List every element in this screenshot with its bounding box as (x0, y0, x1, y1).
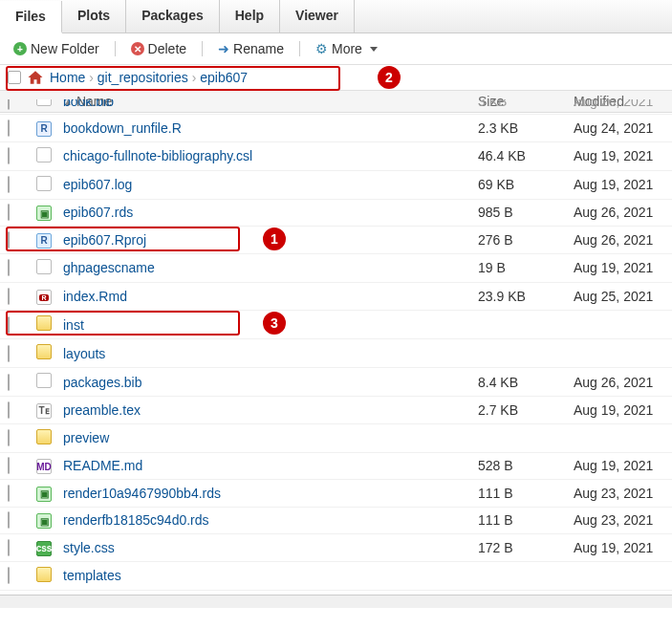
tab-files[interactable]: Files (0, 1, 62, 33)
file-icon (36, 373, 52, 388)
file-name[interactable]: renderfb18185c94d0.rds (63, 512, 209, 528)
file-modified: Aug 26, 2021 (574, 205, 664, 220)
file-row[interactable]: layouts (0, 339, 672, 368)
more-button[interactable]: ⚙ More (310, 39, 383, 58)
rename-button[interactable]: ➜ Rename (212, 39, 290, 58)
row-checkbox[interactable] (8, 539, 10, 556)
row-checkbox[interactable] (8, 176, 10, 193)
breadcrumb-epib607[interactable]: epib607 (200, 70, 248, 85)
new-folder-button[interactable]: + New Folder (8, 39, 105, 58)
file-size: 8.4 KB (478, 375, 574, 390)
tab-help[interactable]: Help (220, 0, 280, 32)
row-checkbox[interactable] (8, 457, 10, 474)
chevron-down-icon (370, 47, 378, 52)
file-icon (36, 176, 52, 191)
gear-icon: ⚙ (315, 41, 328, 56)
row-checkbox[interactable] (8, 147, 10, 164)
file-name[interactable]: chicago-fullnote-bibliography.csl (63, 148, 252, 163)
select-all-checkbox[interactable] (8, 71, 21, 84)
file-row[interactable]: preview (0, 424, 672, 453)
file-name[interactable]: bookdown_runfile.R (63, 120, 182, 136)
file-row[interactable]: ▣render10a9467990bb4.rds111 BAug 23, 202… (0, 480, 672, 508)
file-name[interactable]: book.bib (63, 99, 114, 109)
md-file-icon: MD (36, 459, 52, 474)
file-row[interactable]: templates (0, 562, 672, 591)
file-modified: Aug 26, 2021 (574, 99, 664, 109)
file-row[interactable]: ghpagescname19 BAug 19, 2021 (0, 254, 672, 283)
file-row[interactable]: Rindex.Rmd23.9 KBAug 25, 2021 (0, 283, 672, 312)
rename-icon: ➜ (218, 41, 229, 56)
home-icon[interactable] (27, 69, 44, 86)
file-modified: Aug 19, 2021 (574, 148, 664, 163)
row-checkbox[interactable] (8, 231, 10, 249)
file-name[interactable]: README.md (63, 458, 142, 473)
file-row[interactable]: chicago-fullnote-bibliography.csl46.4 KB… (0, 142, 672, 171)
file-row[interactable]: Repib607.Rproj276 BAug 26, 20211 (0, 227, 672, 254)
row-checkbox[interactable] (8, 99, 10, 110)
file-name[interactable]: packages.bib (63, 375, 142, 390)
file-name[interactable]: templates (63, 568, 121, 583)
file-row[interactable]: Tᴇpreamble.tex2.7 KBAug 19, 2021 (0, 397, 672, 424)
rds-file-icon: ▣ (36, 206, 52, 221)
horizontal-scrollbar[interactable] (0, 595, 672, 608)
separator (115, 41, 116, 56)
rds-file-icon: ▣ (36, 487, 52, 502)
tab-packages[interactable]: Packages (126, 0, 220, 32)
file-icon (36, 99, 52, 106)
file-row[interactable]: MDREADME.md528 BAug 19, 2021 (0, 453, 672, 481)
file-modified: Aug 23, 2021 (574, 512, 664, 528)
row-checkbox[interactable] (8, 429, 10, 446)
file-modified: Aug 19, 2021 (574, 260, 664, 275)
file-name[interactable]: preamble.tex (63, 402, 141, 418)
folder-icon (36, 567, 52, 582)
file-row[interactable]: Rbookdown_runfile.R2.3 KBAug 24, 2021 (0, 115, 672, 142)
breadcrumb-bar: Home › git_repositories › epib607 2 (0, 65, 672, 91)
file-name[interactable]: layouts (63, 346, 105, 361)
breadcrumb-home[interactable]: Home (50, 70, 85, 85)
file-modified: Aug 19, 2021 (574, 177, 664, 192)
row-checkbox[interactable] (8, 567, 10, 584)
file-size: 3 KB (478, 99, 574, 109)
row-checkbox[interactable] (8, 345, 10, 362)
row-checkbox[interactable] (8, 259, 10, 276)
plus-icon: + (13, 42, 27, 55)
file-name[interactable]: epib607.log (63, 177, 132, 192)
annotation-badge-2: 2 (378, 66, 401, 89)
row-checkbox[interactable] (8, 288, 10, 305)
row-checkbox[interactable] (8, 511, 10, 529)
rename-label: Rename (233, 41, 284, 56)
row-checkbox[interactable] (8, 204, 10, 221)
delete-icon: ✕ (131, 42, 144, 55)
file-row[interactable]: book.bib3 KBAug 26, 2021 (0, 99, 672, 115)
tab-plots[interactable]: Plots (62, 0, 126, 32)
row-checkbox[interactable] (8, 316, 10, 334)
separator (299, 41, 300, 56)
file-name[interactable]: index.Rmd (63, 289, 127, 304)
file-size: 985 B (478, 205, 574, 220)
row-checkbox[interactable] (8, 401, 10, 419)
file-name[interactable]: epib607.Rproj (63, 232, 146, 248)
file-name[interactable]: epib607.rds (63, 205, 133, 220)
file-name[interactable]: render10a9467990bb4.rds (63, 486, 221, 501)
row-checkbox[interactable] (8, 119, 10, 137)
file-name[interactable]: style.css (63, 540, 115, 555)
delete-button[interactable]: ✕ Delete (125, 39, 192, 58)
file-row[interactable]: inst3 (0, 311, 672, 339)
file-icon (36, 147, 52, 162)
pane-tabs: FilesPlotsPackagesHelpViewer (0, 0, 672, 33)
file-name[interactable]: ghpagescname (63, 260, 155, 275)
file-name[interactable]: preview (63, 430, 109, 445)
file-row[interactable]: packages.bib8.4 KBAug 26, 2021 (0, 368, 672, 397)
row-checkbox[interactable] (8, 374, 10, 391)
file-row[interactable]: epib607.log69 KBAug 19, 2021 (0, 171, 672, 200)
files-toolbar: + New Folder ✕ Delete ➜ Rename ⚙ More (0, 33, 672, 65)
chevron-right-icon: › (188, 70, 200, 85)
breadcrumb-git_repositories[interactable]: git_repositories (98, 70, 188, 85)
file-name[interactable]: inst (63, 317, 84, 333)
file-modified: Aug 24, 2021 (574, 120, 664, 136)
tab-viewer[interactable]: Viewer (280, 0, 355, 32)
row-checkbox[interactable] (8, 485, 10, 502)
file-row[interactable]: cssstyle.css172 BAug 19, 2021 (0, 534, 672, 562)
file-row[interactable]: ▣renderfb18185c94d0.rds111 BAug 23, 2021 (0, 508, 672, 535)
file-row[interactable]: ▣epib607.rds985 BAug 26, 2021 (0, 200, 672, 227)
